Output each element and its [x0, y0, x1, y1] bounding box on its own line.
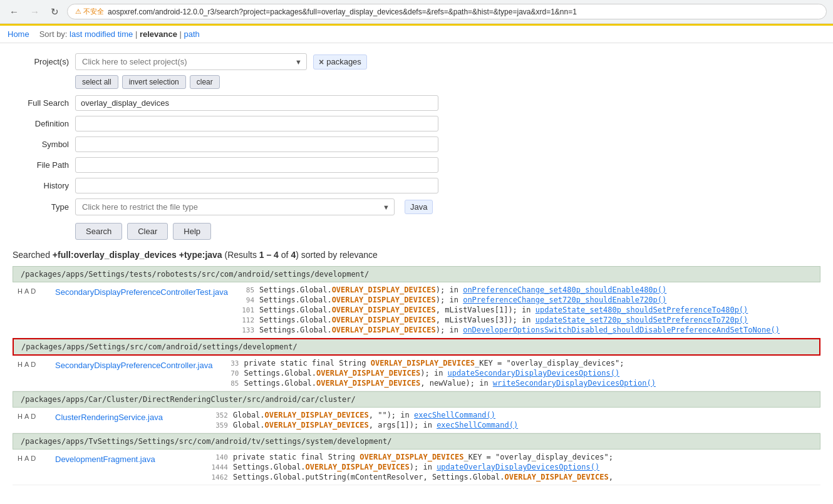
field-input-definition[interactable]: [75, 116, 438, 131]
result-line-1-0-0: 33private static final String OVERLAY_DI…: [217, 358, 820, 368]
code-link[interactable]: onPreferenceChange_set720p_shouldEnable7…: [463, 296, 666, 304]
sort-last-modified[interactable]: last modified time: [70, 29, 133, 39]
badge-d: D: [31, 287, 36, 295]
line-number: 359: [209, 421, 228, 429]
result-lines-3-0: 140private static final String OVERLAY_D…: [207, 452, 820, 482]
clear-selection-button[interactable]: clear: [190, 75, 220, 89]
address-bar[interactable]: ⚠ 不安全 aospxref.com/android-12.0.0_r3/sea…: [67, 4, 827, 19]
result-line-2-0-0: 352Global.OVERLAY_DISPLAY_DEVICES, ""); …: [207, 410, 820, 420]
result-badges-0-0: HAD: [13, 285, 50, 297]
field-input-history[interactable]: [75, 178, 438, 193]
result-line-3-0-0: 140private static final String OVERLAY_D…: [207, 452, 820, 462]
help-button[interactable]: Help: [173, 223, 211, 240]
select-buttons-row: select all invert selection clear: [13, 75, 820, 89]
field-row-1: Definition: [13, 116, 820, 131]
field-input-symbol[interactable]: [75, 136, 438, 152]
badge-a: A: [24, 413, 29, 420]
browser-bar: ← → ↻ ⚠ 不安全 aospxref.com/android-12.0.0_…: [0, 0, 833, 24]
result-line-0-0-3: 112Settings.Global.OVERLAY_DISPLAY_DEVIC…: [233, 315, 820, 325]
keyword-highlight: OVERLAY_DISPLAY_DEVICES: [332, 285, 436, 294]
code-link[interactable]: updateState_set480p_shouldSetPreferenceT…: [536, 306, 748, 314]
forward-button[interactable]: →: [27, 5, 43, 18]
result-line-0-0-4: 133Settings.Global.OVERLAY_DISPLAY_DEVIC…: [233, 325, 820, 335]
result-group-3: /packages/apps/TvSettings/Settings/src/c…: [13, 433, 820, 485]
summary-of: of: [279, 250, 291, 260]
code-link[interactable]: execShellCommand(): [414, 411, 495, 419]
badge-h: H: [18, 413, 23, 420]
line-number: 1462: [209, 473, 228, 481]
keyword-highlight: OVERLAY_DISPLAY_DEVICES: [371, 359, 475, 368]
result-filename-2-0[interactable]: ClusterRenderingService.java: [50, 410, 207, 424]
query-text: +full:overlay_display_devices +type:java: [53, 250, 222, 260]
project-row: Project(s) Click here to select project(…: [13, 53, 820, 70]
line-code: Settings.Global.OVERLAY_DISPLAY_DEVICES,…: [259, 306, 748, 314]
project-dropdown[interactable]: Click here to select project(s): [75, 53, 307, 70]
code-link[interactable]: onPreferenceChange_set480p_shouldEnable4…: [463, 285, 666, 294]
keyword-highlight: OVERLAY_DISPLAY_DEVICES: [504, 473, 608, 481]
field-input-file-path[interactable]: [75, 157, 438, 173]
type-label: Type: [13, 202, 69, 212]
line-code: Settings.Global.OVERLAY_DISPLAY_DEVICES)…: [259, 296, 666, 304]
result-line-1-0-2: 85Settings.Global.OVERLAY_DISPLAY_DEVICE…: [217, 378, 820, 388]
type-dropdown[interactable]: Click here to restrict the file type: [75, 198, 395, 215]
sort-path[interactable]: path: [184, 29, 200, 39]
code-link[interactable]: updateOverlayDisplayDevicesOptions(): [437, 463, 599, 471]
code-link[interactable]: updateState_set720p_shouldSetPreferenceT…: [536, 316, 748, 324]
result-filename-3-0[interactable]: DevelopmentFragment.java: [50, 452, 207, 466]
result-path-bar-2[interactable]: /packages/apps/Car/Cluster/DirectRenderi…: [13, 391, 820, 408]
result-line-0-0-2: 101Settings.Global.OVERLAY_DISPLAY_DEVIC…: [233, 305, 820, 315]
keyword-highlight: OVERLAY_DISPLAY_DEVICES: [332, 306, 436, 314]
result-path-bar-1[interactable]: /packages/apps/Settings/src/com/android/…: [13, 338, 820, 356]
invert-selection-button[interactable]: invert selection: [122, 75, 186, 89]
main-content: Project(s) Click here to select project(…: [0, 43, 833, 495]
badge-h: H: [18, 287, 23, 295]
field-label-3: File Path: [13, 160, 69, 170]
back-button[interactable]: ←: [6, 5, 22, 18]
result-path-bar-0[interactable]: /packages/apps/Settings/tests/robotests/…: [13, 266, 820, 282]
code-link[interactable]: onDeveloperOptionsSwitchDisabled_shouldD…: [463, 326, 780, 334]
result-lines-0-0: 85Settings.Global.OVERLAY_DISPLAY_DEVICE…: [233, 285, 820, 335]
clear-button[interactable]: Clear: [127, 223, 168, 240]
line-number: 140: [209, 453, 228, 461]
result-line-0-0-0: 85Settings.Global.OVERLAY_DISPLAY_DEVICE…: [233, 285, 820, 295]
line-code: Settings.Global.OVERLAY_DISPLAY_DEVICES,…: [244, 379, 655, 388]
line-code: Global.OVERLAY_DISPLAY_DEVICES, ""); in …: [233, 411, 495, 419]
result-badges-2-0: HAD: [13, 410, 50, 423]
result-range: 1 – 4: [259, 250, 279, 260]
result-badges-3-0: HAD: [13, 452, 50, 465]
result-group-1: /packages/apps/Settings/src/com/android/…: [13, 338, 820, 391]
field-input-full-search[interactable]: [75, 95, 438, 111]
sort-by: Sort by: last modified time | relevance …: [39, 29, 200, 39]
code-link[interactable]: writeSecondaryDisplayDevicesOption(): [493, 379, 656, 388]
reload-button[interactable]: ↻: [48, 5, 62, 19]
top-nav: Home Sort by: last modified time | relev…: [0, 26, 833, 43]
badge-d: D: [31, 455, 36, 462]
result-line-3-0-2: 1462Settings.Global.putString(mContentRe…: [207, 472, 820, 482]
line-number: 112: [235, 316, 254, 324]
badge-h: H: [18, 455, 23, 462]
result-file-row-3-0: HADDevelopmentFragment.java140private st…: [13, 450, 820, 485]
badge-a: A: [24, 455, 29, 462]
code-link[interactable]: updateSecondaryDisplayDevicesOptions(): [448, 369, 620, 378]
keyword-highlight: OVERLAY_DISPLAY_DEVICES: [265, 411, 369, 419]
result-file-row-2-0: HADClusterRenderingService.java352Global…: [13, 408, 820, 433]
badge-d: D: [31, 361, 36, 368]
nav-home[interactable]: Home: [8, 29, 29, 39]
result-filename-1-0[interactable]: SecondaryDisplayPreferenceController.jav…: [50, 358, 217, 373]
result-file-row-1-0: HADSecondaryDisplayPreferenceController.…: [13, 356, 820, 391]
keyword-highlight: OVERLAY_DISPLAY_DEVICES: [332, 316, 436, 324]
line-number: 94: [235, 296, 254, 304]
field-row-3: File Path: [13, 157, 820, 173]
line-number: 85: [235, 286, 254, 294]
sort-relevance-active: relevance: [140, 29, 177, 39]
code-link[interactable]: execShellCommand(): [437, 421, 518, 429]
result-filename-0-0[interactable]: SecondaryDisplayPreferenceControllerTest…: [50, 285, 233, 299]
remove-tag-icon[interactable]: ×: [319, 57, 324, 67]
result-total: 4: [291, 250, 296, 260]
search-button[interactable]: Search: [75, 223, 122, 240]
result-path-bar-3[interactable]: /packages/apps/TvSettings/Settings/src/c…: [13, 433, 820, 450]
select-all-button[interactable]: select all: [75, 75, 118, 89]
badge-h: H: [18, 361, 23, 368]
url-text: aospxref.com/android-12.0.0_r3/search?pr…: [108, 8, 577, 16]
result-file-row-0-0: HADSecondaryDisplayPreferenceControllerT…: [13, 282, 820, 338]
